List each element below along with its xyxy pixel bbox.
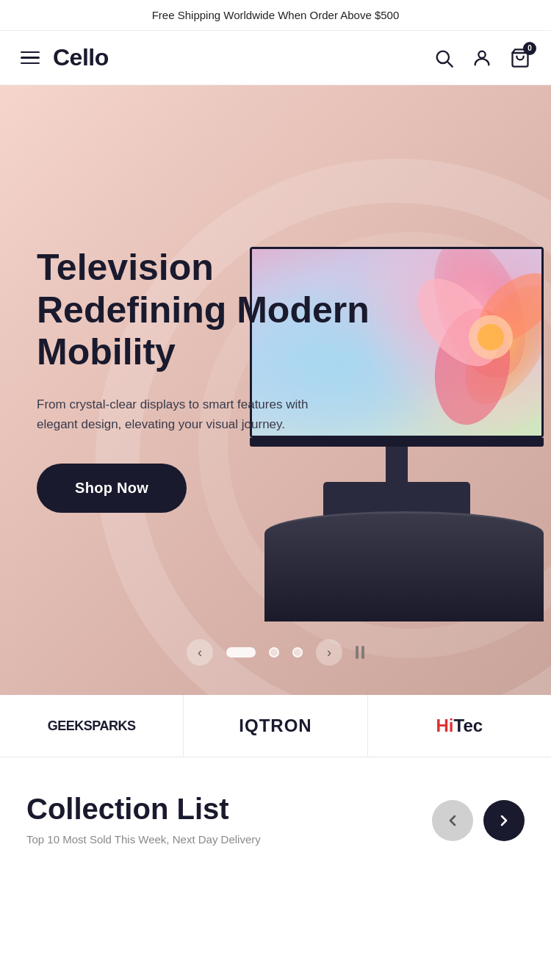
- header-right: 0: [433, 48, 530, 68]
- header-left: Cello: [21, 44, 109, 71]
- cart-badge: 0: [523, 42, 536, 55]
- brands-bar: GEEKSPARKS IQTRON HiTec: [0, 695, 551, 757]
- collection-nav: [432, 800, 525, 841]
- hero-description: From crystal-clear displays to smart fea…: [37, 394, 345, 434]
- pause-bar-right: [361, 646, 364, 659]
- brand-iqtron-label: IQTRON: [239, 716, 311, 736]
- collection-title: Collection List: [26, 793, 261, 826]
- brand-geeksparks[interactable]: GEEKSPARKS: [0, 695, 184, 757]
- carousel-dot-3[interactable]: [292, 647, 303, 657]
- carousel-dot-1[interactable]: [226, 647, 256, 657]
- brand-geeksparks-label: GEEKSPARKS: [48, 718, 136, 734]
- search-button[interactable]: [433, 48, 454, 68]
- announcement-bar: Free Shipping Worldwide When Order Above…: [0, 0, 551, 31]
- hero-title: Television Redefining Modern Mobility: [37, 247, 382, 374]
- cart-button[interactable]: 0: [510, 48, 530, 68]
- search-icon: [433, 48, 454, 68]
- collection-next-button[interactable]: [483, 800, 525, 841]
- tv-stand-neck: [386, 447, 408, 483]
- svg-point-2: [478, 51, 485, 57]
- collection-subtitle: Top 10 Most Sold This Week, Next Day Del…: [26, 833, 261, 846]
- hero-banner: Television Redefining Modern Mobility Fr…: [0, 85, 551, 695]
- carousel-dot-2[interactable]: [269, 647, 279, 657]
- tv-cylinder-base: [264, 511, 544, 621]
- header: Cello 0: [0, 31, 551, 85]
- collection-section: Collection List Top 10 Most Sold This We…: [0, 757, 551, 868]
- account-button[interactable]: [472, 48, 492, 68]
- carousel-next-button[interactable]: ›: [316, 639, 342, 666]
- chevron-left-icon: [444, 812, 461, 829]
- account-icon: [472, 48, 492, 68]
- pause-bar-left: [356, 646, 359, 659]
- menu-button[interactable]: [21, 51, 40, 65]
- collection-prev-button[interactable]: [432, 800, 473, 841]
- logo[interactable]: Cello: [53, 44, 109, 71]
- brand-hitec-label: HiTec: [436, 716, 483, 736]
- shop-now-button[interactable]: Shop Now: [37, 464, 187, 513]
- brand-hitec[interactable]: HiTec: [368, 695, 551, 757]
- carousel-controls: ‹ ›: [187, 639, 364, 666]
- svg-line-1: [447, 62, 452, 66]
- brand-iqtron[interactable]: IQTRON: [184, 695, 367, 757]
- carousel-pause-button[interactable]: [356, 646, 364, 659]
- chevron-right-icon: [495, 812, 513, 829]
- carousel-prev-button[interactable]: ‹: [187, 639, 213, 666]
- announcement-text: Free Shipping Worldwide When Order Above…: [152, 9, 400, 21]
- collection-text: Collection List Top 10 Most Sold This We…: [26, 793, 261, 846]
- svg-point-12: [478, 324, 504, 350]
- hero-content: Television Redefining Modern Mobility Fr…: [37, 247, 382, 513]
